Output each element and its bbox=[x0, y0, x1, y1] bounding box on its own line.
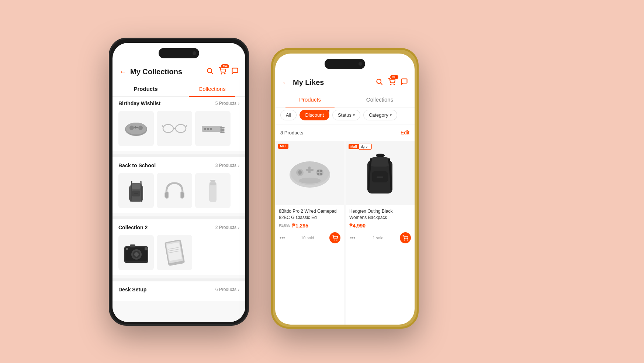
svg-point-68 bbox=[334, 240, 334, 240]
collection-name-2: Back to School bbox=[118, 162, 156, 168]
filter-all[interactable]: All bbox=[280, 110, 297, 120]
discount-ribbon bbox=[326, 110, 329, 113]
svg-rect-73 bbox=[377, 177, 383, 178]
power-btn[interactable] bbox=[248, 91, 249, 109]
thumb-bottle bbox=[195, 173, 231, 208]
filter-discount[interactable]: Discount bbox=[300, 110, 329, 120]
svg-point-66 bbox=[320, 173, 322, 175]
front-camera-right bbox=[359, 62, 362, 66]
seller-badge-2: Mall dgren bbox=[349, 144, 372, 150]
thumb-tablet bbox=[157, 235, 192, 270]
product-footer-1: ••• 10 sold bbox=[275, 232, 344, 247]
collection-arrow-3: › bbox=[238, 225, 239, 230]
svg-point-63 bbox=[317, 170, 319, 172]
svg-rect-40 bbox=[130, 244, 135, 247]
chat-icon-left[interactable] bbox=[231, 67, 239, 76]
product-column-left: Mall bbox=[275, 141, 346, 325]
front-camera bbox=[193, 51, 196, 55]
add-to-cart-2[interactable] bbox=[400, 232, 411, 243]
collection-count-4: 6 Products › bbox=[215, 287, 239, 292]
cart-icon-right[interactable]: 99+ bbox=[388, 78, 395, 87]
collection-name-3: Collection 2 bbox=[118, 225, 148, 230]
volume-down-btn[interactable] bbox=[109, 98, 110, 109]
tab-collections-right[interactable]: Collections bbox=[345, 92, 415, 107]
svg-rect-23 bbox=[131, 183, 142, 189]
back-button-right[interactable]: ← bbox=[282, 78, 289, 87]
phone-screen-right: ← My Likes 99+ bbox=[275, 54, 415, 325]
more-options-2[interactable]: ••• bbox=[349, 235, 356, 241]
svg-rect-17 bbox=[220, 129, 225, 131]
tabs-left: Products Collections bbox=[112, 81, 245, 97]
mall-tag-2: Mall bbox=[349, 144, 359, 149]
svg-rect-31 bbox=[181, 192, 184, 198]
header-icons-left: 99+ bbox=[206, 67, 239, 76]
edit-button[interactable]: Edit bbox=[401, 130, 409, 136]
back-button-left[interactable]: ← bbox=[119, 68, 127, 76]
thumb-hub bbox=[195, 111, 231, 146]
svg-point-42 bbox=[126, 248, 128, 250]
sale-price-1: ₱1,295 bbox=[292, 223, 308, 229]
collection-name-1: Birthday Wishlist bbox=[118, 100, 160, 106]
collection-birthday-wishlist[interactable]: Birthday Wishlist 5 Products › bbox=[112, 95, 245, 151]
tab-collections-left[interactable]: Collections bbox=[179, 81, 245, 96]
power-btn-right[interactable] bbox=[418, 102, 419, 122]
filter-category[interactable]: Category ▾ bbox=[363, 110, 397, 120]
mall-badge-1: Mall bbox=[278, 144, 288, 149]
dynamic-island-left bbox=[159, 48, 199, 58]
svg-line-14 bbox=[186, 125, 187, 127]
svg-point-6 bbox=[129, 126, 134, 130]
product-title-1: 8Bitdo Pro 2 Wired Gamepad 82BC G Classi… bbox=[279, 208, 340, 221]
collection-header-1: Birthday Wishlist 5 Products › bbox=[118, 100, 239, 106]
more-options-1[interactable]: ••• bbox=[279, 235, 286, 241]
volume-up-btn-right[interactable] bbox=[271, 94, 272, 107]
collection-header-4: Desk Setup 6 Products › bbox=[118, 287, 239, 292]
svg-point-2 bbox=[221, 73, 222, 74]
svg-point-3 bbox=[225, 73, 225, 74]
svg-point-0 bbox=[207, 68, 212, 73]
thumb-headphones bbox=[157, 173, 192, 208]
svg-rect-16 bbox=[220, 127, 225, 129]
svg-point-75 bbox=[404, 240, 405, 240]
thumbnails-1 bbox=[118, 111, 239, 146]
tabs-right: Products Collections bbox=[275, 92, 415, 107]
app-header-left: ← My Collections 99+ bbox=[112, 62, 245, 81]
svg-rect-8 bbox=[134, 127, 138, 128]
collection-back-to-school[interactable]: Back to School 3 Products › bbox=[112, 157, 245, 213]
tab-products-right[interactable]: Products bbox=[275, 92, 345, 107]
filter-status[interactable]: Status ▾ bbox=[332, 110, 360, 120]
page-title-left: My Collections bbox=[130, 68, 206, 76]
cart-icon-left[interactable]: 99+ bbox=[219, 67, 226, 76]
sold-count-1: 10 sold bbox=[301, 236, 314, 240]
thumb-gamepad bbox=[118, 111, 154, 146]
svg-point-5 bbox=[126, 123, 146, 134]
collection-name-4: Desk Setup bbox=[118, 287, 146, 292]
price-2: ₱4,990 bbox=[349, 223, 366, 229]
product-card-1[interactable]: Mall bbox=[275, 141, 344, 247]
header-icons-right: 99+ bbox=[375, 78, 408, 87]
product-img-backpack: Mall dgren bbox=[346, 141, 415, 205]
phone-left: ← My Collections 99+ bbox=[109, 38, 249, 326]
status-chevron: ▾ bbox=[353, 113, 355, 117]
divider-2 bbox=[112, 216, 245, 219]
collection-desk-setup[interactable]: Desk Setup 6 Products › bbox=[112, 281, 245, 301]
svg-rect-25 bbox=[134, 194, 138, 194]
volume-down-btn-right[interactable] bbox=[271, 111, 272, 124]
category-chevron: ▾ bbox=[390, 113, 392, 117]
search-icon-right[interactable] bbox=[375, 78, 383, 87]
collection-arrow-1: › bbox=[238, 101, 239, 106]
svg-rect-41 bbox=[145, 247, 148, 250]
svg-rect-71 bbox=[370, 157, 390, 167]
tab-products-left[interactable]: Products bbox=[112, 81, 179, 96]
page-title-right: My Likes bbox=[293, 78, 375, 87]
chat-icon-right[interactable] bbox=[401, 78, 408, 87]
original-price-1: ₱1,895 bbox=[279, 223, 290, 227]
thumb-backpack bbox=[118, 173, 154, 208]
collection-count-3: 2 Products › bbox=[215, 225, 239, 230]
svg-line-27 bbox=[141, 181, 142, 202]
collection-2[interactable]: Collection 2 2 Products › bbox=[112, 219, 245, 275]
add-to-cart-1[interactable] bbox=[329, 232, 340, 243]
volume-up-btn[interactable] bbox=[109, 83, 110, 95]
search-icon-left[interactable] bbox=[206, 67, 214, 76]
svg-point-7 bbox=[138, 126, 143, 130]
product-card-2[interactable]: Mall dgren bbox=[346, 141, 415, 247]
